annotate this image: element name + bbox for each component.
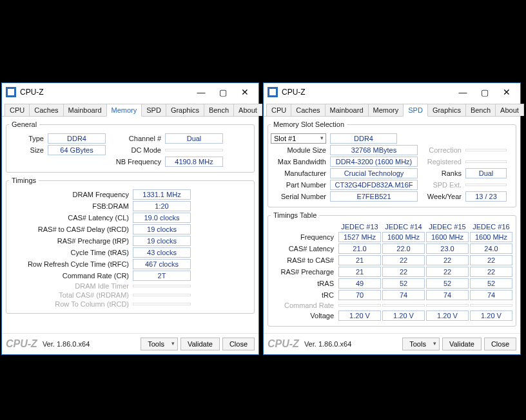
- minimize-button[interactable]: —: [190, 84, 212, 100]
- tools-button[interactable]: Tools: [141, 338, 178, 350]
- brand-text: CPU-Z: [268, 338, 299, 350]
- tab-memory[interactable]: Memory: [106, 104, 142, 117]
- slot-type-value: DDR4: [330, 133, 397, 144]
- tab-spd[interactable]: SPD: [403, 104, 428, 117]
- timing-value: 1:20: [133, 201, 191, 211]
- tt-cell: 49: [338, 278, 381, 289]
- titlebar[interactable]: CPU-Z — ▢ ✕: [264, 83, 520, 101]
- app-icon: [268, 87, 278, 97]
- slot-label: Serial Number: [271, 193, 330, 200]
- channel-label: Channel #: [106, 135, 165, 142]
- slot-label-right: Correction: [418, 146, 465, 154]
- tt-cell: 21: [338, 255, 381, 265]
- brand-text: CPU-Z: [6, 338, 37, 350]
- maximize-button[interactable]: ▢: [474, 84, 496, 100]
- tt-cell: [382, 304, 425, 307]
- tt-cell: 22: [426, 255, 469, 265]
- slot-legend: Memory Slot Selection: [271, 120, 347, 128]
- slot-label-right: Week/Year: [418, 193, 465, 200]
- tab-about[interactable]: About: [495, 104, 524, 116]
- timing-label: Command Rate (CR): [9, 272, 133, 280]
- slot-group: Memory Slot Selection Slot #1 DDR4 Modul…: [268, 120, 516, 207]
- tt-header: JEDEC #16: [469, 223, 513, 231]
- slot-value: Crucial Technology: [330, 168, 418, 178]
- tab-about[interactable]: About: [233, 104, 262, 116]
- tt-cell: 52: [426, 278, 469, 289]
- tab-spd[interactable]: SPD: [141, 104, 166, 116]
- tt-row-label: CAS# Latency: [271, 245, 338, 253]
- slot-value: 32768 MBytes: [330, 145, 418, 155]
- tools-button[interactable]: Tools: [402, 338, 440, 350]
- tabbar: CPUCachesMainboardMemorySPDGraphicsBench…: [2, 101, 258, 117]
- general-legend: General: [9, 120, 39, 128]
- tab-cpu[interactable]: CPU: [5, 104, 30, 116]
- version-text: Ver. 1.86.0.x64: [43, 340, 138, 348]
- size-value: 64 GBytes: [48, 145, 106, 155]
- tab-bench[interactable]: Bench: [204, 104, 234, 116]
- timings-legend: Timings: [9, 177, 39, 184]
- tt-cell: 1.20 V: [338, 310, 381, 321]
- tab-mainboard[interactable]: Mainboard: [325, 104, 369, 116]
- tt-cell: 22: [470, 267, 512, 277]
- close-button[interactable]: ✕: [234, 84, 256, 100]
- tt-cell: 74: [470, 290, 512, 300]
- timing-label: Row To Column (tRCD): [9, 300, 133, 308]
- type-value: DDR4: [48, 133, 106, 144]
- timing-value: [133, 303, 191, 305]
- tt-cell: 1600 MHz: [382, 232, 425, 242]
- tab-graphics[interactable]: Graphics: [427, 104, 466, 116]
- general-group: General Type DDR4 Channel # Dual Size 64…: [6, 120, 255, 173]
- close-button[interactable]: Close: [484, 338, 516, 350]
- timing-value: 19 clocks: [133, 236, 191, 246]
- slot-label: Manufacturer: [271, 169, 330, 177]
- timing-value: [133, 285, 191, 287]
- tab-caches[interactable]: Caches: [291, 104, 325, 116]
- minimize-button[interactable]: —: [452, 84, 474, 100]
- timing-value: 43 clocks: [133, 247, 191, 258]
- tt-cell: 70: [338, 290, 381, 300]
- tt-cell: 1527 MHz: [338, 232, 381, 242]
- tt-row-label: RAS# Precharge: [271, 268, 338, 276]
- slot-label: Max Bandwidth: [271, 158, 330, 166]
- dcmode-value: [165, 149, 223, 151]
- slot-label-right: Registered: [418, 158, 465, 166]
- tt-cell: 1.20 V: [470, 310, 512, 321]
- slot-label: Module Size: [271, 146, 330, 154]
- tt-cell: 1600 MHz: [426, 232, 469, 242]
- tab-mainboard[interactable]: Mainboard: [63, 104, 107, 116]
- validate-button[interactable]: Validate: [442, 338, 482, 350]
- tab-bench[interactable]: Bench: [465, 104, 496, 116]
- slot-value-right: [465, 160, 507, 163]
- close-button[interactable]: Close: [222, 338, 255, 350]
- tt-cell: [426, 304, 469, 307]
- tt-cell: 52: [382, 278, 425, 289]
- timing-value: 1331.1 MHz: [133, 189, 191, 200]
- app-icon: [6, 87, 16, 97]
- timing-value: 467 clocks: [133, 259, 191, 269]
- tt-row-label: Command Rate: [271, 301, 338, 309]
- slot-label-right: Ranks: [418, 169, 465, 177]
- cpuz-window-spd: CPU-Z — ▢ ✕ CPUCachesMainboardMemorySPDG…: [263, 82, 521, 355]
- tt-cell: 24.0: [470, 243, 512, 254]
- tt-row-label: RAS# to CAS#: [271, 256, 338, 264]
- version-text: Ver. 1.86.0.x64: [304, 340, 400, 348]
- close-button[interactable]: ✕: [496, 84, 518, 100]
- slot-value-right: Dual: [465, 168, 507, 178]
- tab-caches[interactable]: Caches: [29, 104, 63, 116]
- tab-graphics[interactable]: Graphics: [166, 104, 204, 116]
- maximize-button[interactable]: ▢: [212, 84, 234, 100]
- tt-cell: 21.0: [338, 243, 381, 254]
- titlebar[interactable]: CPU-Z — ▢ ✕: [2, 83, 258, 101]
- size-label: Size: [9, 146, 48, 154]
- validate-button[interactable]: Validate: [180, 338, 220, 350]
- timing-label: Cycle Time (tRAS): [9, 249, 133, 256]
- cpuz-window-memory: CPU-Z — ▢ ✕ CPUCachesMainboardMemorySPDG…: [1, 82, 259, 355]
- slot-value: CT32G4DFD832A.M16F: [330, 180, 418, 190]
- tt-cell: 1.20 V: [426, 310, 469, 321]
- tt-cell: 74: [426, 290, 469, 300]
- slot-select[interactable]: Slot #1: [271, 133, 326, 144]
- tab-cpu[interactable]: CPU: [266, 104, 291, 116]
- tt-cell: [470, 304, 512, 307]
- nbfreq-value: 4190.8 MHz: [165, 157, 223, 167]
- tab-memory[interactable]: Memory: [368, 104, 404, 116]
